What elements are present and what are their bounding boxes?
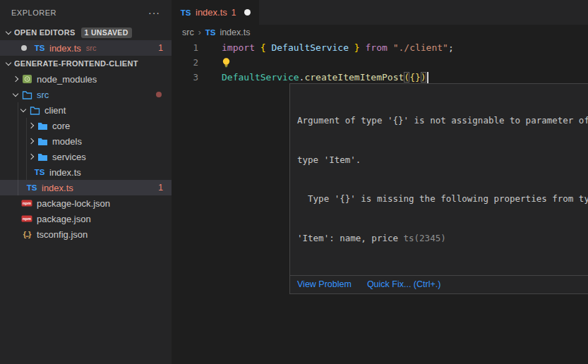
typescript-file-icon: TS: [26, 182, 37, 193]
tree-item-client[interactable]: client: [0, 102, 172, 118]
tree-item-node-modules[interactable]: node_modules: [0, 71, 172, 87]
token-semicolon: ;: [448, 42, 454, 53]
tree-item-label: client: [44, 105, 66, 116]
code-line-3: 3 DefaultService.createItemItemPost({}): [172, 70, 588, 85]
open-editor-filename: index.ts: [49, 43, 81, 54]
tab-index-ts[interactable]: TS index.ts 1: [172, 0, 259, 25]
token-keyword: import: [222, 42, 260, 53]
error-code-ref: ts(2345): [404, 233, 446, 243]
folder-icon: [37, 151, 48, 162]
workspace-label: GENERATE-FRONTEND-CLIENT: [14, 59, 138, 68]
more-actions-icon[interactable]: ···: [148, 7, 160, 18]
tree-item-label: tsconfig.json: [37, 229, 88, 240]
tree-item-tsconfig-json[interactable]: {..} tsconfig.json: [0, 226, 172, 242]
problems-count-badge: 1: [158, 43, 163, 53]
indent-guide: [26, 118, 27, 180]
explorer-title: EXPLORER: [11, 8, 56, 17]
modified-indicator-icon: [156, 92, 162, 97]
tab-problems-badge: 1: [232, 8, 236, 18]
tree-item-package-lock-json[interactable]: npm package-lock.json: [0, 195, 172, 211]
problems-count-badge: 1: [158, 183, 163, 193]
tree-item-src-index-ts[interactable]: TS index.ts 1: [0, 180, 172, 195]
svg-text:npm: npm: [23, 201, 31, 205]
tree-item-label: core: [52, 121, 70, 131]
token-import-binding: DefaultService: [271, 42, 349, 53]
chevron-down-icon: [3, 27, 14, 38]
line-number: 1: [172, 42, 198, 53]
view-problem-link[interactable]: View Problem: [297, 279, 352, 289]
token-dot: .: [299, 72, 305, 83]
line-number: 2: [172, 57, 198, 68]
code-line-1: 1 import { DefaultService } from "./clie…: [172, 40, 588, 55]
tree-item-label: index.ts: [49, 167, 81, 178]
folder-icon: [37, 120, 48, 131]
tree-item-label: index.ts: [42, 183, 73, 193]
open-editors-header[interactable]: OPEN EDITORS 1 UNSAVED: [0, 25, 172, 40]
token-paren-open: (: [404, 72, 409, 83]
folder-open-icon: [29, 104, 40, 116]
breadcrumb-folder[interactable]: src: [182, 28, 194, 37]
error-message: Argument of type '{}' is not assignable …: [290, 84, 588, 275]
quick-fix-link[interactable]: Quick Fix... (Ctrl+.): [367, 279, 441, 289]
vscode-window: EXPLORER ··· OPEN EDITORS 1 UNSAVED TS i…: [0, 0, 588, 364]
breadcrumb-separator-icon: ›: [198, 28, 201, 37]
folder-icon: [37, 135, 48, 147]
token-method: createItemItemPost: [304, 72, 404, 83]
indent-guide: [18, 102, 18, 195]
json-file-icon: {..}: [21, 229, 32, 240]
chevron-right-icon: [10, 73, 21, 85]
tree-item-label: package-lock.json: [37, 198, 110, 209]
tree-item-label: node_modules: [37, 74, 97, 85]
token-brace: }: [349, 42, 360, 53]
workspace-header[interactable]: GENERATE-FRONTEND-CLIENT: [0, 56, 172, 71]
error-message-line: Argument of type '{}' is not assignable …: [297, 114, 588, 128]
error-message-line: type 'Item'.: [297, 154, 588, 167]
typescript-file-icon: TS: [34, 166, 45, 178]
open-editor-item[interactable]: TS index.ts src 1: [0, 40, 172, 56]
unsaved-badge: 1 UNSAVED: [81, 28, 132, 38]
token-paren-close: ): [421, 72, 426, 83]
open-editor-path: src: [86, 44, 97, 52]
node-modules-folder-icon: [21, 73, 32, 85]
error-hover-tooltip: Argument of type '{}' is not assignable …: [289, 83, 588, 294]
explorer-sidebar: EXPLORER ··· OPEN EDITORS 1 UNSAVED TS i…: [0, 0, 172, 364]
tree-item-label: services: [52, 152, 86, 162]
explorer-header: EXPLORER ···: [0, 0, 172, 25]
tree-item-label: package.json: [37, 214, 91, 224]
line-number: 3: [172, 72, 198, 83]
token-error-argument: {}: [409, 72, 421, 83]
npm-file-icon: npm: [21, 213, 32, 224]
text-cursor: [427, 72, 428, 83]
typescript-file-icon: TS: [34, 42, 45, 54]
chevron-right-icon: [25, 135, 37, 147]
npm-file-icon: npm: [21, 198, 32, 209]
lightbulb-icon[interactable]: [222, 57, 231, 68]
token-keyword: from: [360, 42, 393, 53]
code-line-2: 2: [172, 55, 588, 70]
token-brace: {: [260, 42, 272, 53]
breadcrumb-file[interactable]: index.ts: [220, 28, 250, 37]
folder-open-icon: [21, 89, 32, 100]
chevron-down-icon: [3, 58, 14, 69]
breadcrumb: src › TS index.ts: [172, 25, 588, 40]
open-editors-label: OPEN EDITORS: [14, 28, 76, 37]
typescript-file-icon: TS: [205, 28, 216, 37]
tree-item-label: src: [37, 90, 49, 100]
token-string: "./client": [393, 42, 448, 53]
chevron-right-icon: [25, 151, 37, 162]
tab-filename: index.ts: [196, 7, 227, 18]
chevron-right-icon: [25, 120, 37, 131]
hover-actions: View Problem Quick Fix... (Ctrl+.): [290, 275, 588, 293]
error-message-line: Type '{}' is missing the following prope…: [297, 193, 588, 206]
tree-item-package-json[interactable]: npm package.json: [0, 211, 172, 226]
svg-text:npm: npm: [23, 217, 31, 221]
chevron-down-icon: [18, 104, 29, 116]
modified-dot-icon[interactable]: [18, 42, 30, 54]
tab-dirty-indicator[interactable]: [244, 9, 251, 16]
tree-item-label: models: [52, 136, 82, 147]
editor-tab-bar: TS index.ts 1: [172, 0, 588, 25]
tree-item-src[interactable]: src: [0, 87, 172, 102]
error-message-line: 'Item': name, price ts(2345): [297, 232, 588, 245]
typescript-file-icon: TS: [180, 7, 191, 18]
token-class: DefaultService: [222, 72, 299, 83]
